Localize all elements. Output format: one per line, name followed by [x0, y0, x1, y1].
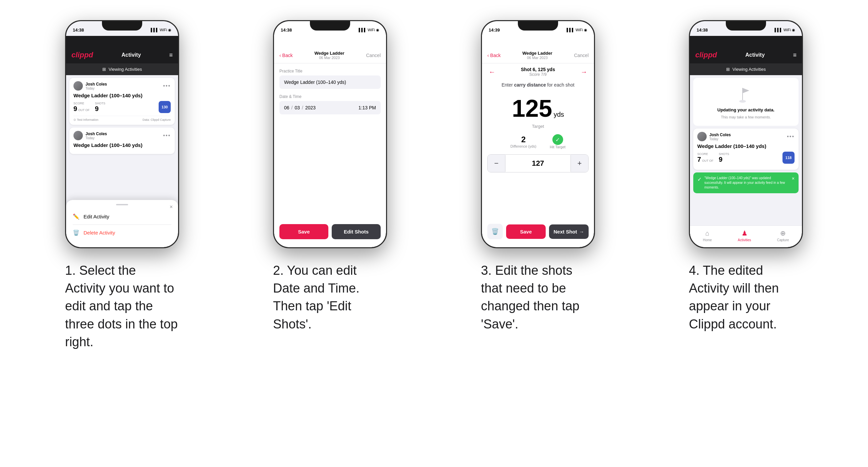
increment-button-3[interactable]: + [571, 155, 588, 172]
shot-delete-btn-3[interactable]: 🗑️ [487, 224, 503, 239]
nav-bar-2: ‹ Back Wedge Ladder 06 Mar 2023 Cancel [274, 36, 386, 63]
difference-value: 2 [521, 135, 526, 144]
nav-sub-2: 06 Mar 2023 [319, 56, 340, 60]
status-time-2: 14:38 [281, 28, 292, 33]
date-time-2: 1:13 PM [359, 105, 376, 111]
toast-close-btn-4[interactable]: × [792, 176, 795, 181]
hit-target-label: Hit Target [550, 145, 565, 149]
phone-3: 14:39 ▌▌▌ WiFi ◉ ‹ Back Wedge Ladder 06 … [481, 20, 595, 248]
target-label-3: Target [482, 124, 594, 129]
edit-label: Edit Activity [84, 214, 109, 219]
back-button-3[interactable]: ‹ Back [487, 53, 501, 58]
phone-notch-3 [518, 21, 558, 31]
quality-badge-1: 130 [159, 101, 171, 113]
score-block-4: Score 7 OUT OF [697, 152, 713, 163]
user-info-4: Josh Coles Today [697, 132, 731, 141]
card-footer-1: ⊙ Test Information Data: Clippd Capture [73, 116, 171, 121]
shot-stats-row-3: 2 Difference (yds) ✓ Hit Target [482, 134, 594, 149]
avatar-2 [73, 131, 83, 140]
phone-2-screen: 14:38 ▌▌▌ WiFi ◉ ‹ Back Wedge Ladder 06 … [274, 21, 386, 247]
activities-icon-4: ♟ [742, 229, 748, 237]
svg-marker-1 [743, 88, 749, 93]
btn-row-2: Save Edit Shots [279, 224, 381, 239]
stats-row-4: Score 7 OUT OF Shots 9 [697, 152, 795, 164]
three-dots-1[interactable]: ••• [163, 83, 171, 89]
status-time-3: 14:39 [489, 28, 500, 33]
next-shot-btn-3[interactable]: Next Shot → [549, 224, 589, 239]
phone-notch-2 [310, 21, 350, 31]
shot-input-value-3[interactable]: 127 [505, 155, 571, 172]
toast-check-icon: ✓ [697, 176, 702, 183]
user-name-4: Josh Coles [709, 132, 731, 137]
phones-row: 14:38 ▌▌▌ WiFi ◉ clippd Activity ≡ ⊞ [13, 20, 855, 351]
user-name-1: Josh Coles [86, 82, 107, 87]
viewing-label-4: Viewing Activities [733, 67, 766, 72]
score-label-3: Score 7/9 [521, 72, 555, 77]
phone-4: 14:38 ▌▌▌ WiFi ◉ clippd Activity ≡ ⊞ [689, 20, 803, 248]
stats-row-1: Score 9 OUT OF Shots 9 [73, 101, 171, 113]
cancel-button-2[interactable]: Cancel [366, 53, 381, 58]
hit-target-stat: ✓ Hit Target [550, 134, 565, 149]
three-dots-2[interactable]: ••• [163, 132, 171, 138]
title-label-2: Practice Title [279, 69, 381, 73]
tab-activities-4[interactable]: ♟ Activities [738, 229, 751, 242]
tab-capture-4[interactable]: ⊕ Capture [777, 229, 789, 242]
decrement-button-3[interactable]: − [488, 155, 505, 172]
cancel-button-3[interactable]: Cancel [574, 53, 589, 58]
viewing-bar-1: ⊞ Viewing Activities [66, 63, 178, 75]
date-day-2: 06 [284, 105, 289, 111]
activity-title-1: Wedge Ladder (100–140 yds) [73, 93, 171, 98]
phone-1-column: 14:38 ▌▌▌ WiFi ◉ clippd Activity ≡ ⊞ [28, 20, 216, 351]
phone-notch-4 [726, 21, 766, 31]
phone-2: 14:38 ▌▌▌ WiFi ◉ ‹ Back Wedge Ladder 06 … [273, 20, 387, 248]
title-input-2[interactable]: Wedge Ladder (100–140 yds) [279, 75, 381, 89]
edit-shots-button-2[interactable]: Edit Shots [332, 224, 381, 239]
status-time-1: 14:38 [73, 28, 84, 33]
sheet-close-btn[interactable]: × [170, 204, 173, 210]
activity-card-4[interactable]: Josh Coles Today ••• Wedge Ladder (100–1… [693, 128, 799, 170]
prev-shot-arrow[interactable]: ← [489, 68, 495, 76]
shot-nav-bar-3: ‹ Back Wedge Ladder 06 Mar 2023 Cancel [482, 36, 594, 63]
status-time-4: 14:38 [696, 28, 708, 33]
datetime-input-2[interactable]: 06 / 03 / 2023 1:13 PM [279, 101, 381, 115]
next-shot-arrow[interactable]: → [581, 68, 587, 76]
clippd-logo-4: clippd [695, 51, 717, 59]
delete-activity-item[interactable]: 🗑️ Delete Activity [66, 225, 178, 241]
card-header-1: Josh Coles Today ••• [73, 81, 171, 91]
back-button-2[interactable]: ‹ Back [279, 53, 293, 58]
user-info-2: Josh Coles Today [73, 131, 107, 140]
shot-save-btn-3[interactable]: Save [506, 224, 546, 239]
next-shot-label: Next Shot [553, 229, 577, 235]
next-arrow-icon: → [579, 229, 584, 235]
svg-point-2 [739, 100, 746, 103]
toast-text-4: "Wedge Ladder (100–140 yds)" was updated… [704, 176, 789, 190]
updating-title-4: Updating your activity data. [717, 107, 774, 113]
app-header-1: clippd Activity ≡ [66, 36, 178, 63]
avatar-4 [697, 132, 707, 141]
phone-1-screen: 14:38 ▌▌▌ WiFi ◉ clippd Activity ≡ ⊞ [66, 21, 178, 247]
user-info-1: Josh Coles Today [73, 81, 107, 91]
phone-3-screen: 14:39 ▌▌▌ WiFi ◉ ‹ Back Wedge Ladder 06 … [482, 21, 594, 247]
three-dots-4[interactable]: ••• [787, 133, 795, 139]
card-header-2: Josh Coles Today ••• [73, 131, 171, 140]
golf-flag-icon [736, 85, 756, 105]
capture-label-4: Capture [777, 238, 789, 242]
edit-activity-item[interactable]: ✏️ Edit Activity [66, 209, 178, 224]
save-button-2[interactable]: Save [279, 224, 328, 239]
app-header-4: clippd Activity ≡ [690, 36, 802, 63]
score-block-1: Score 9 OUT OF [73, 102, 90, 113]
distance-display-3: 125 yds [482, 93, 594, 124]
activity-card-2[interactable]: Josh Coles Today ••• Wedge Ladder (100–1… [69, 127, 175, 154]
menu-icon-1[interactable]: ≡ [169, 52, 173, 59]
difference-stat: 2 Difference (yds) [510, 135, 536, 148]
shot-input-row-3: − 127 + [487, 154, 589, 173]
menu-icon-4[interactable]: ≡ [793, 52, 797, 59]
activity-title-4: Wedge Ladder (100–140 yds) [697, 143, 795, 149]
shots-block-4: Shots 9 [719, 152, 729, 163]
shot-header-center-3: Wedge Ladder 06 Mar 2023 [522, 51, 552, 60]
viewing-label-1: Viewing Activities [108, 67, 142, 72]
tab-home-4[interactable]: ⌂ Home [703, 229, 712, 242]
activity-card-1[interactable]: Josh Coles Today ••• Wedge Ladder (100–1… [69, 78, 175, 125]
phone-4-screen: 14:38 ▌▌▌ WiFi ◉ clippd Activity ≡ ⊞ [690, 21, 802, 247]
delete-icon: 🗑️ [73, 229, 80, 236]
